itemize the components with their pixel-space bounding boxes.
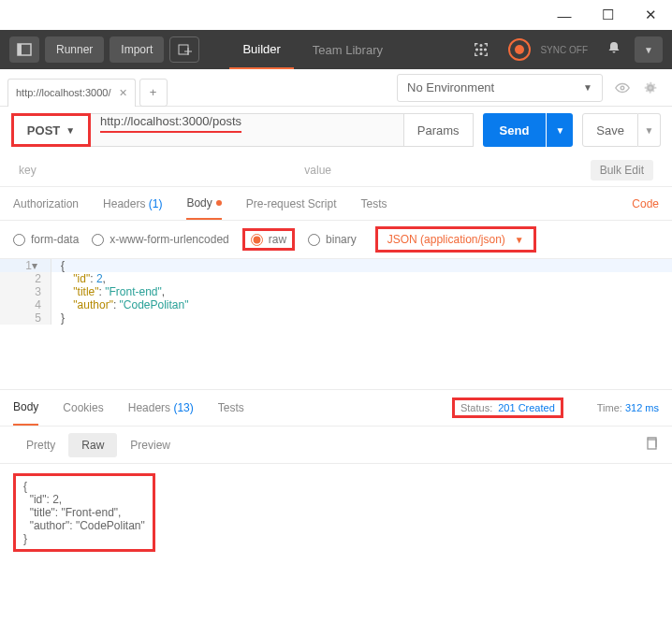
save-dropdown[interactable]: ▼ <box>638 113 661 147</box>
tab-authorization[interactable]: Authorization <box>13 187 79 220</box>
window-close[interactable]: ✕ <box>629 0 672 30</box>
params-button[interactable]: Params <box>404 113 474 147</box>
svg-rect-11 <box>648 440 656 449</box>
tab-headers[interactable]: Headers (1) <box>103 187 162 220</box>
runner-button[interactable]: Runner <box>45 36 104 63</box>
tab-prerequest-script[interactable]: Pre-request Script <box>246 187 337 220</box>
response-time: Time: 312 ms <box>597 402 659 413</box>
window-maximize[interactable]: ☐ <box>586 0 629 30</box>
scan-icon[interactable] <box>473 41 489 58</box>
notifications-icon[interactable] <box>599 40 629 59</box>
modified-dot-icon <box>216 200 222 206</box>
user-menu-dropdown[interactable]: ▼ <box>635 36 663 63</box>
svg-point-5 <box>481 49 483 51</box>
svg-point-7 <box>481 53 483 55</box>
generate-code-link[interactable]: Code <box>632 197 659 210</box>
content-type-dropdown[interactable]: JSON (application/json) ▼ <box>375 226 536 253</box>
request-tab-label: http://localhost:3000/ <box>16 87 111 98</box>
settings-icon[interactable] <box>636 74 665 102</box>
url-text: http://localhost:3000/posts <box>100 114 241 128</box>
import-button[interactable]: Import <box>110 36 164 63</box>
svg-point-6 <box>481 45 483 47</box>
save-button[interactable]: Save <box>582 113 638 147</box>
add-tab-button[interactable]: + <box>139 79 168 107</box>
environment-label: No Environment <box>407 80 494 94</box>
view-raw[interactable]: Raw <box>68 433 117 457</box>
svg-rect-2 <box>179 45 188 54</box>
environment-quicklook-icon[interactable] <box>608 74 636 102</box>
sync-status-label: SYNC OFF <box>540 45 588 55</box>
body-raw[interactable]: raw <box>242 228 295 251</box>
tab-builder[interactable]: Builder <box>229 30 293 69</box>
close-icon[interactable]: ✕ <box>119 87 127 99</box>
send-dropdown[interactable]: ▼ <box>547 113 573 147</box>
svg-point-9 <box>485 49 487 51</box>
body-form-data[interactable]: form-data <box>13 233 79 246</box>
request-body-editor[interactable]: 1▾{ 2 "id": 2, 3 "title": "Front-end", 4… <box>0 258 672 389</box>
method-dropdown[interactable]: POST ▼ <box>11 113 91 147</box>
chevron-down-icon: ▼ <box>515 235 524 245</box>
response-status: Status: 201 Created <box>452 398 563 418</box>
bulk-edit-button[interactable]: Bulk Edit <box>591 160 653 181</box>
sync-indicator-icon[interactable] <box>508 38 531 61</box>
environment-dropdown[interactable]: No Environment ▼ <box>397 74 603 102</box>
param-key-header: key <box>19 164 304 177</box>
url-input[interactable]: http://localhost:3000/posts <box>91 113 404 147</box>
copy-response-icon[interactable] <box>644 436 659 454</box>
tab-team-library[interactable]: Team Library <box>299 30 396 69</box>
resp-tab-tests[interactable]: Tests <box>218 390 244 426</box>
chevron-down-icon: ▼ <box>583 82 592 93</box>
svg-point-8 <box>476 49 478 51</box>
method-label: POST <box>27 123 60 137</box>
chevron-down-icon: ▼ <box>66 125 75 136</box>
window-minimize[interactable]: — <box>543 0 586 30</box>
resp-tab-cookies[interactable]: Cookies <box>63 390 103 426</box>
svg-point-10 <box>621 86 624 90</box>
tab-body[interactable]: Body <box>186 187 221 220</box>
tab-tests[interactable]: Tests <box>360 187 387 220</box>
new-tab-icon[interactable] <box>169 36 199 63</box>
sidebar-toggle-icon[interactable] <box>9 36 39 63</box>
view-pretty[interactable]: Pretty <box>13 433 68 457</box>
request-tab[interactable]: http://localhost:3000/ ✕ <box>7 79 136 107</box>
view-preview[interactable]: Preview <box>117 433 183 457</box>
svg-rect-1 <box>18 44 22 55</box>
body-xwww[interactable]: x-www-form-urlencoded <box>92 233 228 246</box>
body-binary[interactable]: binary <box>308 233 357 246</box>
param-value-header: value <box>304 164 590 177</box>
resp-tab-headers[interactable]: Headers (13) <box>128 390 194 426</box>
send-button[interactable]: Send <box>483 113 547 147</box>
response-body: { "id": 2, "title": "Front-end", "author… <box>13 473 155 552</box>
resp-tab-body[interactable]: Body <box>13 390 38 426</box>
